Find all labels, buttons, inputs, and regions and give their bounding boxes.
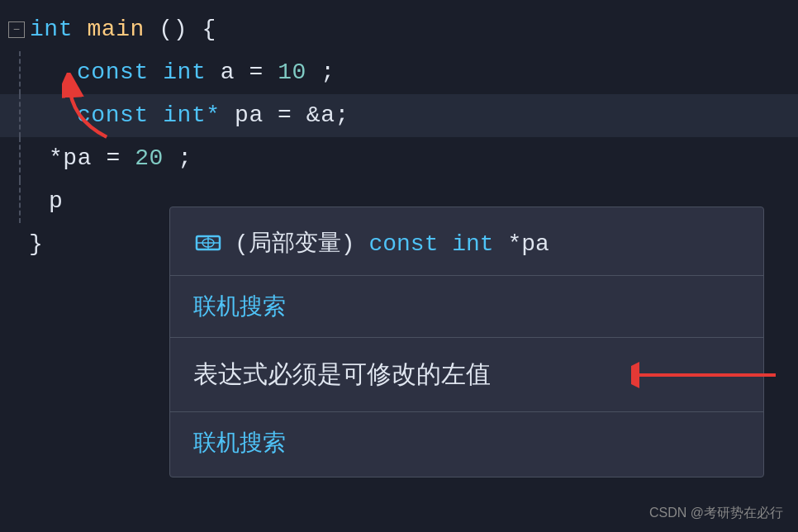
popup-item-error: 表达式必须是可修改的左值 — [170, 343, 763, 406]
popup-online-search-2[interactable]: 联机搜索 — [193, 427, 286, 458]
keyword-int: int — [30, 17, 73, 42]
popup-divider-3 — [170, 411, 763, 412]
func-name: main — [87, 17, 144, 42]
gutter-line-4 — [19, 180, 31, 223]
code-line-2: const int a = 10 ; — [0, 51, 798, 94]
annotation-arrow-right — [631, 359, 780, 392]
popup-error-text: 表达式必须是可修改的左值 — [193, 358, 491, 392]
gutter-line-3 — [19, 137, 31, 180]
popup-online-search-1[interactable]: 联机搜索 — [193, 291, 286, 322]
fold-icon[interactable]: − — [8, 21, 25, 38]
intellisense-popup: (局部变量) const int *pa 联机搜索 表达式必须是可修改的左值 — [169, 207, 764, 477]
popup-variable-text: (局部变量) const int *pa — [235, 227, 549, 259]
annotation-arrow-up — [62, 73, 116, 139]
gutter-line-2 — [19, 94, 31, 137]
popup-item-search-2[interactable]: 联机搜索 — [170, 417, 763, 468]
popup-divider-2 — [170, 337, 763, 338]
code-line-4: *pa = 20 ; — [0, 137, 798, 180]
code-line-3: const int* pa = &a; — [0, 94, 798, 137]
popup-item-variable[interactable]: (局部变量) const int *pa — [170, 216, 763, 270]
variable-icon — [193, 228, 223, 258]
popup-divider-1 — [170, 275, 763, 276]
code-editor: − int main () { const int a = 10 ; const… — [0, 0, 798, 532]
gutter-line — [19, 51, 31, 94]
popup-item-search-1[interactable]: 联机搜索 — [170, 281, 763, 332]
code-line-1: − int main () { — [0, 8, 798, 51]
watermark: CSDN @考研势在必行 — [649, 505, 783, 522]
